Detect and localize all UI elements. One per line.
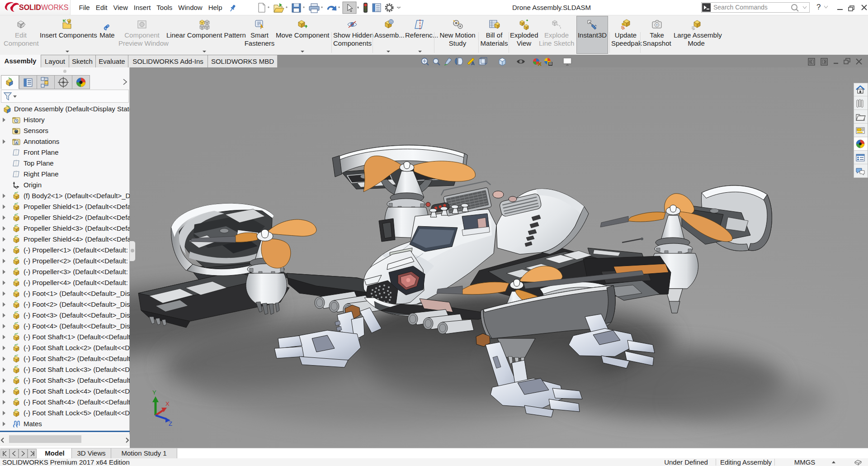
svg-text:Z: Z bbox=[169, 420, 172, 427]
svg-text:SOLIDWORKS: SOLIDWORKS bbox=[19, 4, 68, 11]
svg-text:A: A bbox=[471, 61, 475, 66]
svg-text:Y: Y bbox=[152, 389, 156, 396]
svg-text:X: X bbox=[165, 400, 170, 407]
svg-text:A: A bbox=[15, 141, 18, 145]
